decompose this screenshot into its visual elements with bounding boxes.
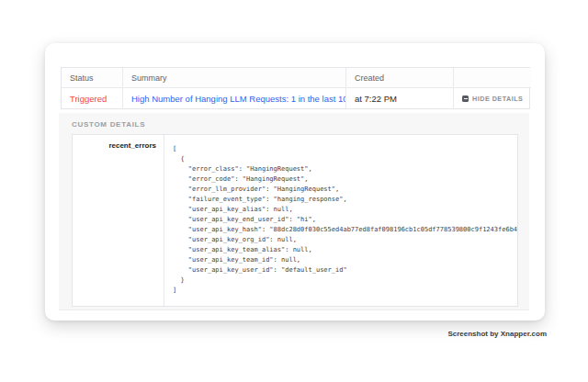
hide-details-label: HIDE DETAILS [472,95,523,103]
recent-errors-json: [ { "error_class": "HangingRequest", "er… [164,135,517,296]
column-header-actions [454,68,531,88]
alert-summary-link[interactable]: High Number of Hanging LLM Requests: 1 i… [131,94,346,104]
alert-details-card: Status Summary Created Triggered High Nu… [45,43,545,320]
detail-value-cell: [ { "error_class": "HangingRequest", "er… [164,135,517,306]
table-row-created-cell: at 7:22 PM [346,88,454,108]
table-row-status-cell: Triggered [62,88,123,108]
column-header-summary: Summary [123,68,346,88]
custom-details-section: CUSTOM DETAILS recent_errors [ { "error_… [59,113,529,310]
column-header-status: Status [62,68,123,88]
alerts-table: Status Summary Created Triggered High Nu… [61,67,530,109]
hide-details-button[interactable]: HIDE DETAILS [462,95,523,103]
table-row-actions-cell: HIDE DETAILS [454,88,531,108]
detail-key-recent-errors: recent_errors [73,135,164,306]
created-timestamp: at 7:22 PM [355,94,397,104]
xnapper-watermark: Screenshot by Xnapper.com [447,330,547,338]
column-header-created: Created [346,68,454,88]
status-badge: Triggered [70,94,107,104]
recent-errors-detail-box: recent_errors [ { "error_class": "Hangin… [72,134,518,307]
collapse-minus-icon [462,96,469,102]
custom-details-heading: CUSTOM DETAILS [72,120,145,129]
table-row-summary-cell: High Number of Hanging LLM Requests: 1 i… [123,88,346,108]
